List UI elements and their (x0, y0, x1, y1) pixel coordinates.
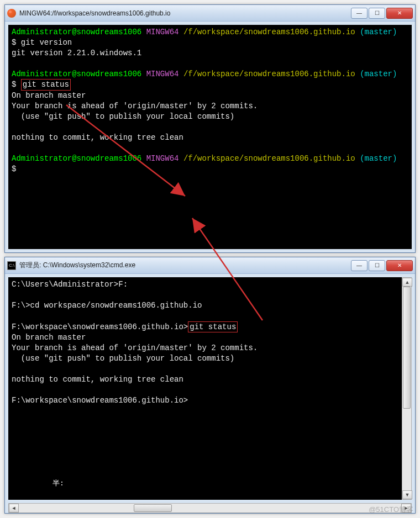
prompt-env: MINGW64 (146, 154, 179, 163)
scroll-thumb[interactable] (134, 504, 172, 512)
output-line: (use "git push" to publish your local co… (12, 112, 408, 122)
minimize-button[interactable]: — (351, 260, 368, 271)
highlighted-command: git status (188, 321, 238, 333)
prompt-env: MINGW64 (146, 70, 179, 78)
prompt-path: /f/workspace/snowdreams1006.github.io (183, 28, 355, 36)
maximize-button[interactable]: ☐ (369, 260, 385, 271)
scroll-down-button[interactable]: ▼ (402, 490, 412, 499)
minimize-button[interactable]: — (351, 8, 368, 19)
prompt-user: Administrator@snowdreams1006 (12, 70, 141, 78)
highlighted-command: git status (21, 79, 71, 91)
ime-label: 半: (53, 479, 64, 489)
command: cd workspace/snowdreams1006.github.io (30, 301, 202, 310)
gitbash-window: MINGW64:/f/workspace/snowdreams1006.gith… (4, 4, 416, 253)
prompt-branch: (master) (360, 70, 397, 78)
prompt: F:\> (12, 301, 30, 310)
output-line: Your branch is ahead of 'origin/master' … (12, 101, 408, 112)
command: F: (118, 280, 128, 289)
prompt: F:\workspace\snowdreams1006.github.io> (12, 395, 408, 406)
prompt: C:\Users\Administrator> (12, 280, 118, 289)
prompt-symbol: $ (12, 164, 408, 175)
prompt-branch: (master) (360, 28, 397, 36)
scroll-track[interactable] (19, 504, 401, 512)
prompt-path: /f/workspace/snowdreams1006.github.io (183, 154, 355, 163)
prompt-user: Administrator@snowdreams1006 (12, 154, 141, 163)
output-line: On branch master (12, 91, 408, 101)
scroll-thumb[interactable] (403, 287, 411, 409)
window-title: MINGW64:/f/workspace/snowdreams1006.gith… (19, 9, 351, 17)
gitbash-icon (7, 9, 16, 18)
close-button[interactable]: ✕ (386, 260, 413, 271)
titlebar[interactable]: C:\ 管理员: C:\Windows\system32\cmd.exe — ☐… (5, 257, 415, 274)
maximize-button[interactable]: ☐ (369, 8, 385, 19)
window-title: 管理员: C:\Windows\system32\cmd.exe (19, 261, 351, 270)
horizontal-scrollbar[interactable]: ◄ ► (8, 503, 412, 513)
vertical-scrollbar[interactable]: ▲ ▼ (402, 277, 412, 500)
scroll-up-button[interactable]: ▲ (402, 278, 412, 287)
prompt-branch: (master) (360, 154, 397, 163)
scroll-track[interactable] (402, 287, 411, 490)
output-line: nothing to commit, working tree clean (12, 374, 408, 385)
watermark: @51CTO博客 (369, 505, 413, 515)
output-line: git version 2.21.0.windows.1 (12, 48, 408, 59)
prompt-user: Administrator@snowdreams1006 (12, 28, 141, 36)
cmd-window: C:\ 管理员: C:\Windows\system32\cmd.exe — ☐… (4, 257, 416, 514)
command-line: $ git version (12, 38, 408, 48)
output-line: Your branch is ahead of 'origin/master' … (12, 343, 408, 353)
close-button[interactable]: ✕ (386, 8, 413, 19)
prompt-env: MINGW64 (146, 28, 179, 36)
terminal-output[interactable]: C:\Users\Administrator>F: F:\>cd workspa… (8, 277, 412, 500)
output-line: On branch master (12, 332, 408, 343)
output-line: (use "git push" to publish your local co… (12, 353, 408, 364)
cmd-icon: C:\ (7, 261, 16, 270)
scroll-left-button[interactable]: ◄ (9, 504, 19, 512)
titlebar[interactable]: MINGW64:/f/workspace/snowdreams1006.gith… (5, 5, 415, 22)
output-line: nothing to commit, working tree clean (12, 133, 408, 143)
prompt-symbol: $ (12, 80, 21, 89)
prompt: F:\workspace\snowdreams1006.github.io> (12, 323, 188, 331)
terminal-output[interactable]: Administrator@snowdreams1006 MINGW64 /f/… (8, 25, 412, 249)
prompt-path: /f/workspace/snowdreams1006.github.io (183, 70, 355, 78)
